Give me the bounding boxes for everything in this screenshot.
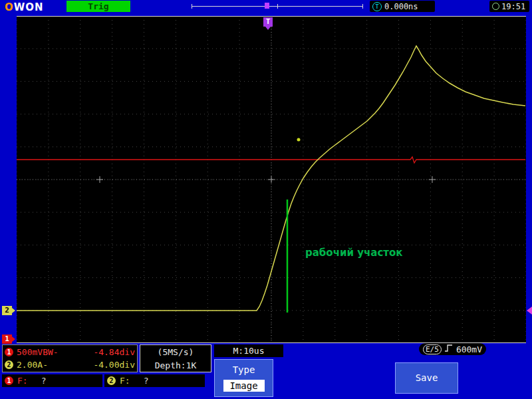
- type-button[interactable]: Type Image: [214, 359, 273, 397]
- save-button[interactable]: Save: [395, 362, 458, 394]
- ruler-tick-center: [277, 4, 278, 9]
- trigger-level-marker[interactable]: T: [263, 17, 273, 27]
- logo-rest: WON: [14, 1, 44, 13]
- trig-status-badge: Trig: [66, 1, 130, 12]
- sample-rate: (5MS/s): [158, 347, 194, 357]
- trigger-t-icon: T: [372, 2, 382, 11]
- waveform-display: [17, 16, 526, 343]
- ch1-position: -4.84div: [93, 347, 135, 357]
- ch1-measure-label: F:: [17, 376, 28, 386]
- clock-icon: [492, 3, 499, 10]
- trigger-position-ruler: [192, 6, 363, 7]
- trigger-position-indicator[interactable]: [265, 3, 269, 9]
- clock-value: 19:51: [501, 2, 525, 11]
- ch1-measure-badge: 1: [5, 376, 13, 385]
- ch1-scale: 500mVBW-: [17, 347, 59, 357]
- graticule-grid: [17, 16, 526, 343]
- acquisition-info-panel: (5MS/s) Depth:1K: [140, 344, 211, 372]
- oscilloscope-screen: OWON Trig T 0.000ns 19:51 2 1 T рабочий …: [0, 0, 532, 399]
- clock-readout: 19:51: [489, 1, 529, 12]
- logo-first-letter: O: [5, 1, 14, 13]
- cursor-dot: [297, 138, 301, 142]
- ch2-position: -4.00div: [93, 360, 135, 370]
- right-edge-marker-icon: [523, 307, 532, 315]
- ch1-trigger-level-trace: [17, 157, 525, 163]
- ch2-badge: 2: [5, 360, 13, 369]
- trigger-source-badge: E/5: [423, 344, 442, 354]
- record-depth: Depth:1K: [155, 360, 197, 370]
- ch2-measure-badge: 2: [107, 376, 116, 385]
- channel-info-panel: 1 500mVBW- -4.84div 2 2.00A- -4.00div: [2, 344, 138, 372]
- ch2-measure-label: F:: [120, 376, 130, 386]
- ch1-badge: 1: [5, 348, 13, 356]
- timebase-readout: M:10us: [214, 344, 283, 357]
- ruler-tick-left: [192, 4, 192, 9]
- ch2-scale: 2.00A-: [17, 360, 48, 370]
- ch1-measure-box: 1 F: ?: [2, 374, 102, 387]
- trigger-time-readout: T 0.000ns: [370, 1, 435, 12]
- ch1-measure-value: ?: [41, 376, 47, 386]
- ch2-measure-value: ?: [144, 376, 149, 386]
- ch2-measure-box: 2 F: ?: [104, 374, 205, 387]
- trigger-level-value: 600mV: [456, 344, 482, 354]
- trigger-time-value: 0.000ns: [384, 2, 418, 11]
- type-button-label: Type: [233, 364, 255, 375]
- trigger-settings-readout: E/5 600mV: [419, 343, 486, 355]
- rising-edge-icon: [444, 343, 454, 356]
- ruler-tick-right: [362, 4, 363, 9]
- ch1-position-marker[interactable]: 1: [2, 334, 12, 344]
- ch2-info-row: 2 2.00A- -4.00div: [5, 360, 135, 370]
- working-region-annotation: рабочий участок: [305, 247, 402, 259]
- owon-logo: OWON: [5, 1, 44, 13]
- ch2-position-marker[interactable]: 2: [2, 306, 12, 315]
- ch1-info-row: 1 500mVBW- -4.84div: [5, 347, 135, 357]
- scope-canvas: [17, 16, 526, 343]
- type-button-value: Image: [223, 380, 265, 392]
